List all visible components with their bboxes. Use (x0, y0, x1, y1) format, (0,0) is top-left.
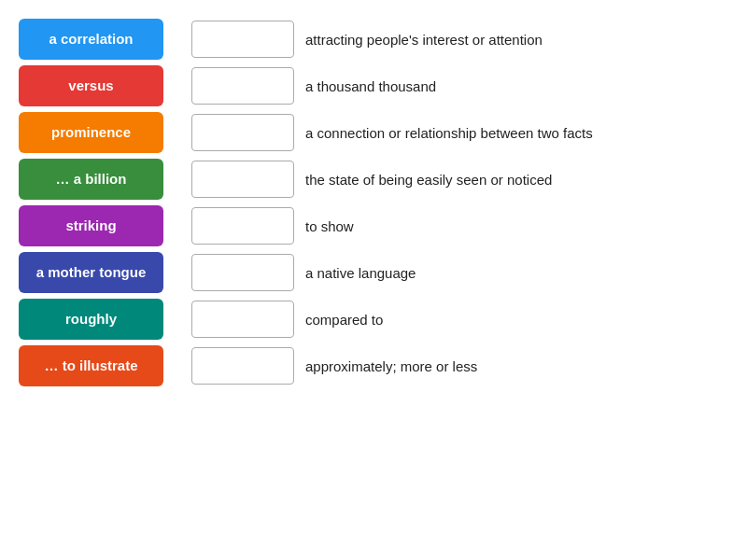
definition-row-def-1: attracting people's interest or attentio… (191, 19, 728, 60)
word-btn-striking[interactable]: striking (19, 205, 163, 246)
drop-box-def-3[interactable] (191, 114, 294, 151)
definition-text-def-4: the state of being easily seen or notice… (305, 170, 552, 189)
drop-box-def-6[interactable] (191, 254, 294, 291)
word-btn-a-mother-tongue[interactable]: a mother tongue (19, 252, 163, 293)
drop-box-def-5[interactable] (191, 207, 294, 245)
definition-row-def-4: the state of being easily seen or notice… (191, 159, 728, 200)
definition-row-def-2: a thousand thousand (191, 65, 728, 106)
word-btn-versus[interactable]: versus (19, 65, 163, 106)
word-btn-prominence[interactable]: prominence (19, 112, 163, 153)
definition-text-def-8: approximately; more or less (305, 357, 477, 376)
definition-text-def-3: a connection or relationship between two… (305, 123, 593, 143)
definition-row-def-5: to show (191, 205, 728, 246)
drop-box-def-7[interactable] (191, 301, 294, 338)
definition-text-def-7: compared to (305, 310, 383, 329)
definition-text-def-6: a native language (305, 263, 416, 283)
definition-row-def-7: compared to (191, 299, 728, 340)
definitions-column: attracting people's interest or attentio… (191, 19, 728, 386)
drop-box-def-2[interactable] (191, 67, 294, 105)
words-column: a correlationversusprominence… a billion… (19, 19, 163, 386)
word-btn-to-illustrate[interactable]: … to illustrate (19, 345, 163, 386)
word-btn-a-billion[interactable]: … a billion (19, 159, 163, 200)
word-btn-a-correlation[interactable]: a correlation (19, 19, 163, 60)
word-btn-roughly[interactable]: roughly (19, 299, 163, 340)
definition-row-def-8: approximately; more or less (191, 345, 728, 386)
drop-box-def-1[interactable] (191, 21, 294, 58)
definition-row-def-3: a connection or relationship between two… (191, 112, 728, 153)
main-container: a correlationversusprominence… a billion… (19, 19, 728, 386)
definition-text-def-1: attracting people's interest or attentio… (305, 30, 543, 49)
definition-text-def-2: a thousand thousand (305, 77, 436, 96)
definition-row-def-6: a native language (191, 252, 728, 293)
drop-box-def-8[interactable] (191, 347, 294, 385)
definition-text-def-5: to show (305, 217, 354, 236)
drop-box-def-4[interactable] (191, 161, 294, 198)
